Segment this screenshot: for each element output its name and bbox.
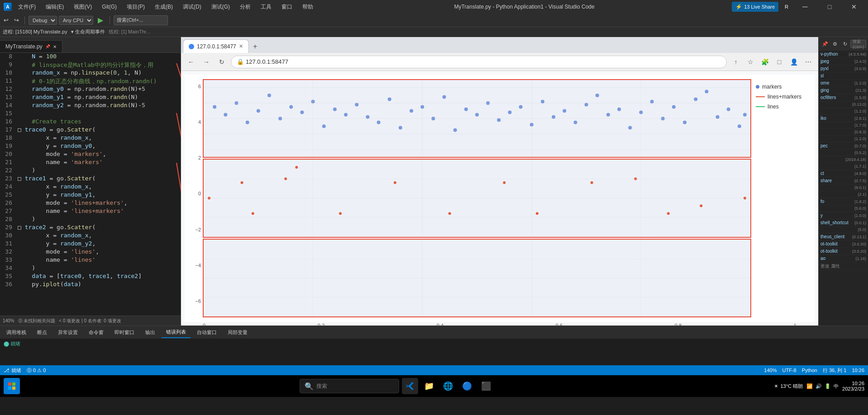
ext-083[interactable]: (0.8.3) <box>819 129 868 136</box>
y-label-2: 2 <box>198 155 201 160</box>
undo-button[interactable]: ↩ <box>2 17 10 24</box>
share-page-icon[interactable]: ↑ <box>730 56 742 68</box>
event-select[interactable]: ▾ 生命周期事件 <box>71 28 105 35</box>
favorites-icon[interactable]: ☆ <box>744 56 757 68</box>
ext-theus[interactable]: theus_client(0.13.1) <box>819 233 868 241</box>
volume-icon[interactable]: 🔊 <box>816 383 822 389</box>
ext-50[interactable]: (5.0) <box>819 226 868 233</box>
ext-560[interactable]: (5.6.0) <box>819 205 868 212</box>
menu-file[interactable]: 文件(F) <box>14 1 39 13</box>
taskbar-start-button[interactable] <box>4 378 20 394</box>
tab-callstack[interactable]: 调用堆栈 <box>2 327 31 338</box>
ext-ging[interactable]: ging(21.3) <box>819 87 868 94</box>
ext-search[interactable]: 搜索(Ctrl+) <box>850 40 866 48</box>
taskbar-edge-icon[interactable]: 🌐 <box>440 378 456 394</box>
ext-ome[interactable]: ome(1.2.0) <box>819 80 868 87</box>
tab-breakpoints[interactable]: 断点 <box>33 327 52 338</box>
menu-window[interactable]: 窗口 <box>278 1 296 13</box>
ext-170[interactable]: (1.7.0) <box>819 122 868 129</box>
tab-auto[interactable]: 自动窗口 <box>192 327 221 338</box>
tab-errors[interactable]: 错误列表 <box>162 327 191 338</box>
ext-052[interactable]: (0.5.2) <box>819 150 868 156</box>
menu-debug[interactable]: 调试(D) <box>179 1 205 13</box>
menu-test[interactable]: 测试(G) <box>208 1 234 13</box>
filter-icon[interactable]: ⚙ <box>830 39 839 48</box>
pin-icon[interactable]: 📌 <box>820 39 830 48</box>
taskbar-vscode-icon[interactable] <box>402 378 418 394</box>
menu-analyze[interactable]: 分析 <box>236 1 254 13</box>
code-line-29: 29 □ trace2 = go.Scatter( <box>0 224 181 232</box>
window-title: MyTranslate.py - Python Application1 - V… <box>317 4 732 10</box>
cpu-select[interactable]: Any CPU <box>59 16 93 25</box>
browser-tab-close[interactable]: ✕ <box>239 43 243 49</box>
taskbar-explorer-icon[interactable]: 📁 <box>421 378 437 394</box>
ext-pyxl[interactable]: pyxl(3.0.9) <box>819 65 868 72</box>
ext-shell[interactable]: shell_shortcut(0.0.1) <box>819 219 868 226</box>
refresh-icon[interactable]: ↻ <box>840 39 849 48</box>
ext-ot1[interactable]: ot-toolkit(3.0.20) <box>819 241 868 248</box>
code-area[interactable]: 8 N = 100 9 # linspace是Matlab中的均分计算指令，用 … <box>0 53 181 316</box>
legend-lines-markers-line <box>756 96 765 97</box>
taskbar-terminal-icon[interactable]: ⬛ <box>478 378 494 394</box>
profile-icon[interactable]: 👤 <box>787 56 800 68</box>
sidebar-icon[interactable]: □ <box>773 56 786 68</box>
editor-tab-mytranslate[interactable]: MyTranslate.py 📌 ✕ <box>0 40 62 52</box>
ext-120b[interactable]: (1.2.0) <box>819 136 868 142</box>
tab-close-icon[interactable]: ✕ <box>53 44 57 49</box>
ext-fo[interactable]: fo(1.8.2) <box>819 198 868 205</box>
ext-y[interactable]: y(1.0.0) <box>819 212 868 219</box>
y-label-0: 0 <box>198 191 201 196</box>
menu-project[interactable]: 项目(P) <box>123 1 148 13</box>
status-bar: ⎇ 就绪 ⓪ 0 ⚠ 0 140% UTF-8 Python 行 36, 列 1… <box>0 365 868 375</box>
ext-iko[interactable]: iko(2.8.1) <box>819 115 868 122</box>
browser-menu-icon[interactable]: ⋯ <box>802 56 815 68</box>
new-tab-button[interactable]: + <box>249 40 262 53</box>
extensions-icon[interactable]: 🧩 <box>758 56 771 68</box>
ext-update[interactable]: 更改 属性 <box>819 262 868 271</box>
menu-git[interactable]: Git(G) <box>98 2 120 12</box>
ext-jpeg[interactable]: jpeg(2.4.0) <box>819 58 868 65</box>
ext-ct[interactable]: ct(4.8.0) <box>819 170 868 177</box>
tab-command[interactable]: 命令窗 <box>84 327 108 338</box>
ext-2019[interactable]: (2019.4.18) <box>819 156 868 163</box>
menu-help[interactable]: 帮助 <box>299 1 317 13</box>
ext-0130[interactable]: (0.13.0) <box>819 101 868 108</box>
back-button[interactable]: ← <box>185 56 197 68</box>
close-button[interactable]: ✕ <box>844 0 864 14</box>
address-bar[interactable]: 🔒 127.0.0.1:58477 <box>231 56 727 68</box>
network-icon[interactable]: 📶 <box>806 383 813 389</box>
ext-ao[interactable]: ao(1.16) <box>819 255 868 262</box>
battery-icon[interactable]: 🔋 <box>825 383 831 389</box>
redo-button[interactable]: ↪ <box>12 17 21 24</box>
menu-build[interactable]: 生成(B) <box>151 1 176 13</box>
live-share-button[interactable]: ⚡ 13 Live Share <box>732 2 778 12</box>
ext-21[interactable]: (2.1) <box>819 191 868 198</box>
menu-tools[interactable]: 工具 <box>257 1 275 13</box>
search-input-toolbar[interactable]: 搜索(Ctrl+... <box>114 15 168 25</box>
taskbar-chrome-icon[interactable]: 🔵 <box>459 378 475 394</box>
ext-v-python[interactable]: v-python(4.5.5.64) <box>819 51 868 58</box>
ext-901[interactable]: (9.0.1) <box>819 184 868 191</box>
tab-locals[interactable]: 局部变量 <box>223 327 252 338</box>
browser-tab-active[interactable]: 127.0.0.1:58477 ✕ <box>183 39 249 53</box>
tab-exceptions[interactable]: 异常设置 <box>53 327 82 338</box>
taskbar-right: ☀ 13°C 晴朗 📶 🔊 🔋 中 10:26 2023/2/23 <box>774 381 864 391</box>
menu-edit[interactable]: 编辑(E) <box>42 1 67 13</box>
ext-share[interactable]: share(0.7.5) <box>819 177 868 184</box>
tab-output[interactable]: 输出 <box>141 327 160 338</box>
menu-view[interactable]: 视图(V) <box>70 1 95 13</box>
ext-120[interactable]: (1.2.0) <box>819 108 868 115</box>
ext-sl[interactable]: sl <box>819 72 868 80</box>
taskbar-search[interactable]: 🔍 搜索 <box>300 379 399 393</box>
forward-button[interactable]: → <box>200 56 213 68</box>
debug-mode-select[interactable]: Debug <box>29 16 57 25</box>
maximize-button[interactable]: □ <box>819 0 840 14</box>
ext-171[interactable]: (1.7.1) <box>819 163 868 170</box>
ext-ocfilters[interactable]: ocfilters(1.5.0) <box>819 94 868 101</box>
run-button[interactable]: ▶ <box>95 16 106 24</box>
refresh-button[interactable]: ↻ <box>215 56 228 68</box>
ext-pec[interactable]: pec(0.7.0) <box>819 142 868 150</box>
ext-ot2[interactable]: ot-toolkit(3.0.20) <box>819 248 868 255</box>
tab-immediate[interactable]: 即时窗口 <box>110 327 139 338</box>
minimize-button[interactable]: ─ <box>795 0 816 14</box>
